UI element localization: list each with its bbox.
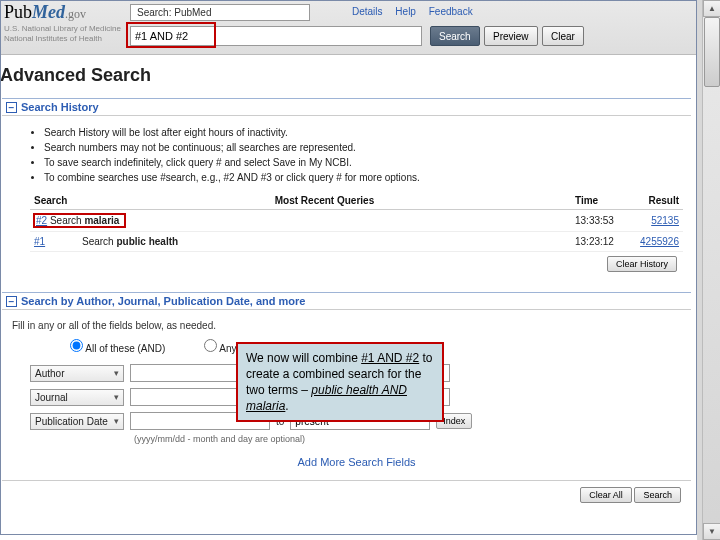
search-button-bottom[interactable]: Search — [634, 487, 681, 503]
table-row: #2 Search malaria13:33:5352135 — [30, 210, 683, 232]
scroll-down-icon[interactable]: ▼ — [703, 523, 720, 540]
col-result: Result — [627, 192, 683, 210]
logo-med: Med — [32, 2, 65, 22]
clear-all-button[interactable]: Clear All — [580, 487, 632, 503]
history-tip: To save search indefinitely, click query… — [44, 156, 683, 169]
date-format-hint: (yyyy/mm/dd - month and day are optional… — [134, 434, 683, 444]
search-scope-dropdown[interactable]: Search: PubMed — [130, 4, 310, 21]
subhead-line2: National Institutes of Health — [4, 34, 121, 44]
result-count-link[interactable]: 52135 — [651, 215, 679, 226]
fill-hint: Fill in any or all of the fields below, … — [12, 320, 683, 331]
logo-subhead: U.S. National Library of Medicine Nation… — [4, 24, 121, 44]
history-tip: Search numbers may not be continuous; al… — [44, 141, 683, 154]
search-history-title: Search History — [21, 101, 99, 113]
radio-all[interactable] — [70, 339, 83, 352]
top-links: Details Help Feedback — [352, 6, 483, 17]
details-link[interactable]: Details — [352, 6, 383, 17]
col-queries: Most Recent Queries — [78, 192, 571, 210]
history-tips-list: Search History will be lost after eight … — [44, 126, 683, 184]
search-input[interactable] — [130, 26, 422, 46]
col-time: Time — [571, 192, 627, 210]
search-filters-header[interactable]: −Search by Author, Journal, Publication … — [2, 293, 691, 310]
table-row: #1Search public health13:23:124255926 — [30, 232, 683, 252]
history-table: Search Most Recent Queries Time Result #… — [30, 192, 683, 252]
vertical-scrollbar[interactable]: ▲ ▼ — [702, 0, 720, 540]
feedback-link[interactable]: Feedback — [429, 6, 473, 17]
radio-all-label[interactable]: All of these (AND) — [70, 343, 165, 354]
history-tip: To combine searches use #search, e.g., #… — [44, 171, 683, 184]
clear-history-button[interactable]: Clear History — [607, 256, 677, 272]
query-time: 13:23:12 — [571, 232, 627, 252]
journal-field-select[interactable]: Journal — [30, 389, 124, 406]
result-count-link[interactable]: 4255926 — [640, 236, 679, 247]
clear-button[interactable]: Clear — [542, 26, 584, 46]
query-time: 13:33:53 — [571, 210, 627, 232]
pubdate-field-select[interactable]: Publication Date — [30, 413, 124, 430]
filters-actions: Clear All Search — [2, 480, 691, 509]
col-search: Search — [30, 192, 78, 210]
logo-gov: .gov — [65, 7, 86, 21]
search-button[interactable]: Search — [430, 26, 480, 46]
preview-button[interactable]: Preview — [484, 26, 538, 46]
help-link[interactable]: Help — [395, 6, 416, 17]
history-tip: Search History will be lost after eight … — [44, 126, 683, 139]
scroll-up-icon[interactable]: ▲ — [703, 0, 720, 17]
search-history-panel: −Search History Search History will be l… — [2, 98, 691, 282]
add-more-row: Add More Search Fields — [30, 456, 683, 468]
query-text: Search public health — [78, 232, 571, 252]
instruction-callout: We now will combine #1 AND #2 to create … — [236, 342, 444, 422]
author-field-select[interactable]: Author — [30, 365, 124, 382]
add-more-fields-link[interactable]: Add More Search Fields — [298, 456, 416, 468]
query-id-link[interactable]: #2 — [36, 215, 47, 226]
pubmed-logo: PubMed.gov — [4, 2, 86, 23]
search-history-header[interactable]: −Search History — [2, 99, 691, 116]
subhead-line1: U.S. National Library of Medicine — [4, 24, 121, 34]
collapse-icon[interactable]: − — [6, 296, 17, 307]
page-title: Advanced Search — [0, 55, 697, 94]
scroll-thumb[interactable] — [704, 17, 720, 87]
query-id-link[interactable]: #1 — [34, 236, 45, 247]
logo-pub: Pub — [4, 2, 32, 22]
search-filters-title: Search by Author, Journal, Publication D… — [21, 295, 305, 307]
collapse-icon[interactable]: − — [6, 102, 17, 113]
radio-any[interactable] — [204, 339, 217, 352]
top-bar: PubMed.gov U.S. National Library of Medi… — [0, 0, 697, 55]
